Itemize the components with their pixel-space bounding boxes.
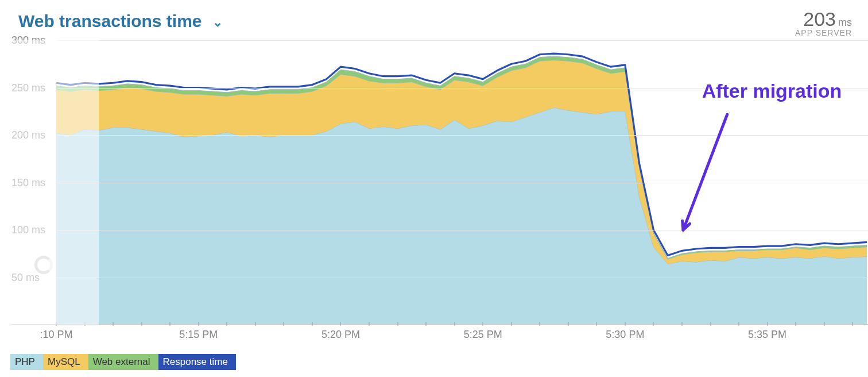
top-right-number: 203 [803,8,836,30]
x-axis-tick [511,322,512,326]
x-axis-tick [852,322,853,326]
top-right-sublabel: APP SERVER [795,28,852,37]
x-axis-label: 5:35 PM [748,329,786,341]
legend-item[interactable]: Response time [158,354,236,370]
x-axis-label: 5:15 PM [179,329,218,341]
x-axis-tick [284,322,284,326]
x-axis-tick [483,322,483,326]
y-axis-label: 100 ms [11,224,45,236]
legend-item[interactable]: PHP [10,354,43,370]
y-axis-label: 50 ms [11,271,40,283]
legend-label: MySQL [48,356,80,368]
chart-legend: PHPMySQLWeb externalResponse time [10,354,236,370]
x-axis-label: :10 PM [40,329,72,341]
legend-item[interactable]: Web external [88,354,158,370]
x-axis-tick [739,322,739,326]
x-axis-tick [227,322,227,326]
x-axis-tick [568,322,568,326]
x-axis-tick [426,322,427,326]
chart-title-dropdown[interactable]: Web transactions time ⌄ [18,11,223,31]
x-axis-label: 5:30 PM [606,329,644,341]
x-axis-tick [540,322,540,326]
annotation-arrow-icon [672,103,786,218]
gridline [57,230,868,230]
y-axis-label: 300 ms [11,34,45,47]
legend-label: PHP [15,356,35,368]
chevron-down-icon: ⌄ [212,15,223,30]
legend-item[interactable]: MySQL [43,354,88,370]
x-axis-tick [312,322,312,326]
x-axis-label: 5:25 PM [464,329,502,341]
legend-label: Web external [93,356,150,368]
x-axis-tick [681,322,682,326]
x-axis-tick [340,322,341,326]
gridline [57,40,868,41]
x-axis-tick [824,322,824,326]
x-axis-tick [56,322,57,326]
x-axis-tick [255,322,255,326]
x-axis-tick [625,322,625,326]
svg-line-1 [683,114,727,230]
y-axis-label: 200 ms [11,129,45,141]
x-axis-tick [113,322,114,326]
x-axis-tick [369,322,369,326]
x-axis-label: 5:20 PM [321,329,360,341]
y-axis-label: 150 ms [11,176,45,188]
x-axis-tick [796,322,796,326]
chart-title-text: Web transactions time [18,11,202,31]
x-axis-tick [596,322,597,326]
legend-label: Response time [163,356,228,368]
x-axis-tick [141,322,142,326]
x-axis-tick [170,322,170,326]
y-axis-label: 250 ms [11,82,45,94]
top-right-unit: ms [838,17,852,28]
gridline [57,278,868,278]
x-axis-tick [198,322,199,326]
x-axis-tick [710,322,711,326]
annotation-after-migration: After migration [702,80,842,102]
x-axis-tick [454,322,455,326]
x-axis-tick [767,322,768,326]
x-axis-tick [84,322,85,326]
top-right-value: 203ms APP SERVER [795,8,852,37]
x-axis-tick [397,322,398,326]
x-axis-tick [653,322,654,326]
